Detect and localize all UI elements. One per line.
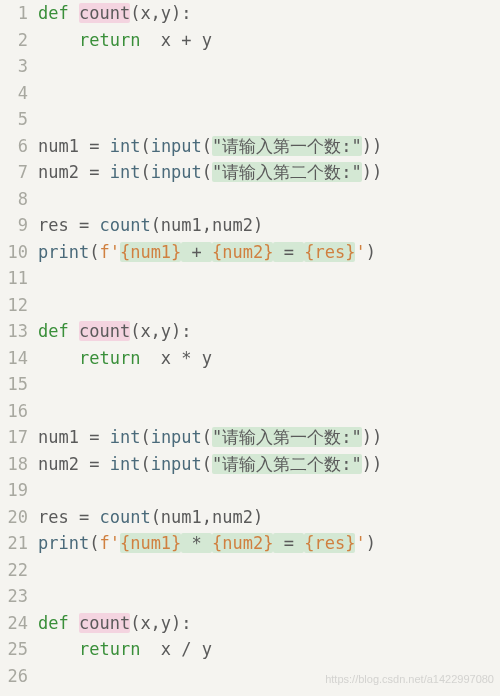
code-line bbox=[38, 398, 500, 425]
line-number: 12 bbox=[0, 292, 28, 319]
code-token: )) bbox=[362, 427, 382, 447]
line-number: 3 bbox=[0, 53, 28, 80]
line-number: 19 bbox=[0, 477, 28, 504]
code-token: ( bbox=[140, 136, 150, 156]
code-token: count bbox=[79, 3, 130, 23]
code-token: ' bbox=[355, 242, 365, 262]
line-number: 25 bbox=[0, 636, 28, 663]
code-line bbox=[38, 371, 500, 398]
code-line bbox=[38, 292, 500, 319]
line-number: 23 bbox=[0, 583, 28, 610]
code-token: ( bbox=[202, 136, 212, 156]
code-token: {res} bbox=[304, 533, 355, 553]
code-token bbox=[38, 348, 79, 368]
code-token: count bbox=[89, 215, 150, 235]
line-number: 4 bbox=[0, 80, 28, 107]
code-token: ( bbox=[202, 427, 212, 447]
code-token: num2 bbox=[38, 162, 89, 182]
code-token: = bbox=[79, 507, 89, 527]
code-line bbox=[38, 477, 500, 504]
watermark-text: https://blog.csdn.net/a1422997080 bbox=[325, 666, 494, 693]
line-number: 20 bbox=[0, 504, 28, 531]
code-token bbox=[38, 30, 79, 50]
code-token: {num2} bbox=[212, 533, 273, 553]
code-line: def count(x,y): bbox=[38, 610, 500, 637]
code-token: res bbox=[38, 215, 79, 235]
code-token: (num1,num2) bbox=[151, 507, 264, 527]
code-token: y bbox=[192, 30, 212, 50]
code-token: ( bbox=[202, 162, 212, 182]
code-line bbox=[38, 557, 500, 584]
code-editor: 1234567891011121314151617181920212223242… bbox=[0, 0, 500, 689]
code-line bbox=[38, 53, 500, 80]
code-token: {num1} bbox=[120, 533, 181, 553]
code-token: return bbox=[79, 30, 140, 50]
code-token: y bbox=[192, 348, 212, 368]
code-token: ( bbox=[89, 242, 99, 262]
line-number: 1 bbox=[0, 0, 28, 27]
code-token: = bbox=[89, 136, 99, 156]
code-token: = bbox=[273, 533, 304, 553]
code-token: ( bbox=[140, 454, 150, 474]
code-line bbox=[38, 106, 500, 133]
line-number: 26 bbox=[0, 663, 28, 690]
code-token: + bbox=[181, 30, 191, 50]
code-token: )) bbox=[362, 136, 382, 156]
code-token: input bbox=[151, 136, 202, 156]
code-token: )) bbox=[362, 454, 382, 474]
code-token: int bbox=[99, 162, 140, 182]
code-token: f' bbox=[99, 533, 119, 553]
line-number: 7 bbox=[0, 159, 28, 186]
line-number: 14 bbox=[0, 345, 28, 372]
code-token: ) bbox=[366, 533, 376, 553]
code-token: {num1} bbox=[120, 242, 181, 262]
code-token: x bbox=[140, 639, 181, 659]
line-number: 24 bbox=[0, 610, 28, 637]
line-number: 5 bbox=[0, 106, 28, 133]
line-number-gutter: 1234567891011121314151617181920212223242… bbox=[0, 0, 38, 689]
code-token bbox=[38, 639, 79, 659]
code-line: return x / y bbox=[38, 636, 500, 663]
code-token: * bbox=[181, 348, 191, 368]
code-token: (num1,num2) bbox=[151, 215, 264, 235]
code-token: ( bbox=[140, 162, 150, 182]
code-content: def count(x,y): return x + y num1 = int(… bbox=[38, 0, 500, 689]
code-line: num2 = int(input("请输入第二个数:")) bbox=[38, 451, 500, 478]
code-line: res = count(num1,num2) bbox=[38, 212, 500, 239]
code-token: count bbox=[89, 507, 150, 527]
code-token: count bbox=[79, 321, 130, 341]
code-line bbox=[38, 583, 500, 610]
code-token: "请输入第二个数:" bbox=[212, 454, 362, 474]
code-line: return x + y bbox=[38, 27, 500, 54]
code-token: )) bbox=[362, 162, 382, 182]
line-number: 13 bbox=[0, 318, 28, 345]
code-token: num1 bbox=[38, 427, 89, 447]
code-line bbox=[38, 186, 500, 213]
code-token: def bbox=[38, 3, 79, 23]
code-token: ( bbox=[202, 454, 212, 474]
line-number: 21 bbox=[0, 530, 28, 557]
code-token: + bbox=[181, 242, 212, 262]
code-token: {num2} bbox=[212, 242, 273, 262]
code-token: input bbox=[151, 454, 202, 474]
code-token: (x,y): bbox=[130, 3, 191, 23]
code-token: num2 bbox=[38, 454, 89, 474]
code-token: * bbox=[181, 533, 212, 553]
code-token: print bbox=[38, 533, 89, 553]
code-token: ( bbox=[89, 533, 99, 553]
code-token: y bbox=[192, 639, 212, 659]
code-token: "请输入第一个数:" bbox=[212, 136, 362, 156]
code-token: = bbox=[89, 162, 99, 182]
code-line: def count(x,y): bbox=[38, 318, 500, 345]
code-token: "请输入第二个数:" bbox=[212, 162, 362, 182]
code-token: ( bbox=[140, 427, 150, 447]
code-line bbox=[38, 265, 500, 292]
code-token: return bbox=[79, 639, 140, 659]
code-token: = bbox=[89, 454, 99, 474]
code-token: int bbox=[99, 427, 140, 447]
code-token: x bbox=[140, 348, 181, 368]
code-token: = bbox=[273, 242, 304, 262]
code-line: res = count(num1,num2) bbox=[38, 504, 500, 531]
code-line: num1 = int(input("请输入第一个数:")) bbox=[38, 133, 500, 160]
line-number: 2 bbox=[0, 27, 28, 54]
